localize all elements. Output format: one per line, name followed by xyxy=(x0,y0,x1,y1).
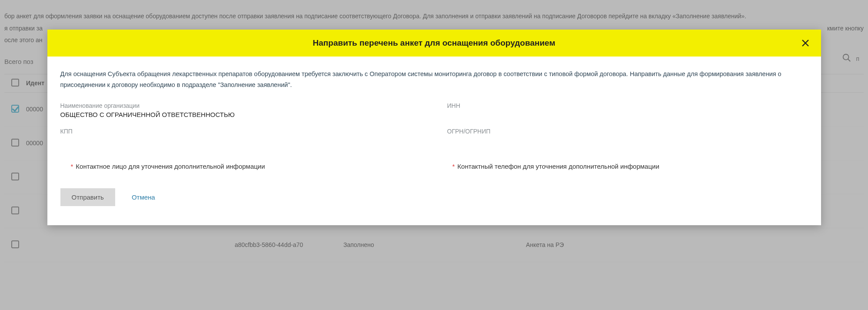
org-label: Наименование организации xyxy=(60,102,421,109)
contact-phone-field[interactable]: *Контактный телефон для уточнения дополн… xyxy=(452,163,808,170)
ogrn-label: ОГРН/ОГРНИП xyxy=(447,128,808,135)
send-button[interactable]: Отправить xyxy=(60,188,115,206)
modal-overlay: Направить перечень анкет для оснащения о… xyxy=(0,0,868,310)
modal-description: Для оснащения Субъекта обращения лекарст… xyxy=(60,69,808,90)
contact-phone-label: Контактный телефон для уточнения дополни… xyxy=(457,163,659,170)
kpp-label: КПП xyxy=(60,128,421,135)
kpp-field: КПП xyxy=(60,128,421,137)
modal-header: Направить перечень анкет для оснащения о… xyxy=(47,30,821,57)
contact-person-field[interactable]: *Контактное лицо для уточнения дополните… xyxy=(71,163,426,170)
field-grid: Наименование организации ОБЩЕСТВО С ОГРА… xyxy=(60,102,808,137)
inn-field: ИНН xyxy=(447,102,808,118)
required-asterisk: * xyxy=(452,163,455,170)
org-value: ОБЩЕСТВО С ОГРАНИЧЕННОЙ ОТВЕТСТВЕННОСТЬЮ xyxy=(60,111,421,118)
org-field: Наименование организации ОБЩЕСТВО С ОГРА… xyxy=(60,102,421,118)
cancel-button[interactable]: Отмена xyxy=(132,193,155,201)
required-asterisk: * xyxy=(71,163,73,170)
modal-title: Направить перечень анкет для оснащения о… xyxy=(313,38,555,48)
contact-person-label: Контактное лицо для уточнения дополнител… xyxy=(76,163,265,170)
modal-body: Для оснащения Субъекта обращения лекарст… xyxy=(47,57,821,173)
close-icon[interactable] xyxy=(800,38,811,48)
inn-label: ИНН xyxy=(447,102,808,109)
modal-footer: Отправить Отмена xyxy=(47,173,821,225)
ogrn-field: ОГРН/ОГРНИП xyxy=(447,128,808,137)
required-fields-row: *Контактное лицо для уточнения дополните… xyxy=(60,163,808,170)
modal-dialog: Направить перечень анкет для оснащения о… xyxy=(47,30,821,225)
